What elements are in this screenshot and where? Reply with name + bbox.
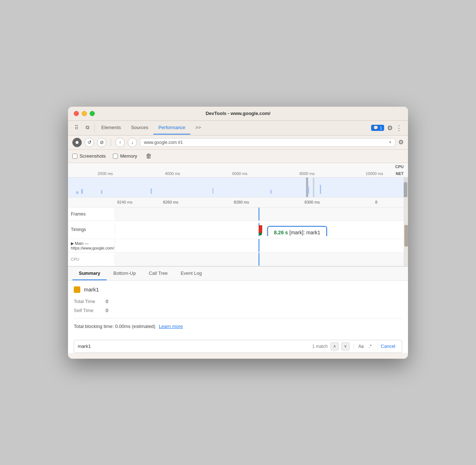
- timeline-scrollbar-track: [404, 178, 408, 197]
- summary-title: mark1: [74, 286, 402, 293]
- total-time-row: Total Time 0: [74, 299, 402, 304]
- upload-icon: ↑: [119, 140, 122, 145]
- frames-content[interactable]: [115, 208, 408, 221]
- self-time-label: Self Time: [74, 308, 103, 313]
- timeline-area: 2000 ms 4000 ms 6000 ms 8000 ms 10000 ms…: [68, 163, 408, 266]
- timings-content[interactable]: 8.26 s [mark]: mark1: [115, 223, 408, 236]
- svg-rect-7: [320, 185, 321, 194]
- reload-button[interactable]: ↺: [85, 138, 94, 147]
- perf-settings-icon[interactable]: ⚙: [398, 138, 404, 146]
- main-row: ▶ Main — https://www.google.com/: [68, 239, 408, 253]
- cancel-button[interactable]: Cancel: [378, 343, 398, 350]
- main-label-text: ▶ Main — https://www.google.com/: [71, 241, 114, 250]
- ruler-8000: 8000 ms: [273, 171, 341, 176]
- frames-row: Frames: [68, 208, 408, 221]
- detail-ruler-s: 8240 ms: [68, 200, 132, 204]
- search-options: Aa .*: [354, 343, 373, 350]
- detail-time-4: 8: [375, 200, 377, 204]
- timeline-ruler: 2000 ms 4000 ms 6000 ms 8000 ms 10000 ms…: [68, 163, 408, 178]
- match-case-button[interactable]: Aa: [357, 343, 365, 350]
- blocking-time-text: Total blocking time: 0.00ms (estimated): [74, 324, 155, 329]
- search-bar: mark1 1 match ∧ ∨ Aa .* Cancel: [74, 340, 402, 353]
- perf-toolbar: ↺ ⊘ ↑ ↓ www.google.com #1 ▾ ⚙: [68, 136, 408, 150]
- tab-event-log[interactable]: Event Log: [174, 267, 208, 280]
- self-time-value: 0: [106, 308, 108, 313]
- timeline-scrollbar-thumb[interactable]: [404, 182, 407, 197]
- svg-rect-1: [81, 189, 83, 194]
- detail-ruler-times: 8260 ms 8280 ms 8300 ms 8: [132, 200, 408, 204]
- memory-label: Memory: [120, 153, 137, 159]
- ruler-6000: 6000 ms: [206, 171, 273, 176]
- memory-option[interactable]: Memory: [113, 153, 137, 159]
- tab-sources[interactable]: Sources: [126, 121, 153, 135]
- timing-green-dot: [259, 232, 262, 235]
- regex-button[interactable]: .*: [367, 343, 373, 350]
- total-time-label: Total Time: [74, 299, 103, 304]
- search-match-count: 1 match: [312, 344, 328, 349]
- timeline-chart-bg: [68, 178, 408, 197]
- clear-button[interactable]: ⊘: [97, 138, 106, 147]
- record-button[interactable]: [72, 138, 82, 147]
- device-icon[interactable]: ⧉: [82, 121, 93, 135]
- settings-icon[interactable]: ⚙: [387, 124, 393, 132]
- timings-label: Timings: [68, 225, 115, 234]
- main-label: ▶ Main — https://www.google.com/: [68, 239, 115, 252]
- learn-more-link[interactable]: Learn more: [159, 324, 183, 329]
- ruler-4000: 4000 ms: [139, 171, 206, 176]
- mark-indicator: [259, 225, 262, 233]
- tab-actions: ⚙ ⋮: [384, 124, 405, 132]
- screenshots-checkbox[interactable]: [72, 154, 77, 159]
- maximize-button[interactable]: [90, 111, 95, 116]
- url-dropdown[interactable]: ▾: [389, 140, 391, 145]
- timeline-chart[interactable]: [68, 178, 408, 197]
- close-button[interactable]: [74, 111, 79, 116]
- titlebar: DevTools - www.google.com/: [68, 107, 408, 121]
- total-time-value: 0: [106, 299, 108, 304]
- tooltip-popup: 8.26 s [mark]: mark1: [267, 226, 327, 236]
- ruler-2000: 2000 ms: [72, 171, 139, 176]
- summary-title-text: mark1: [84, 286, 99, 293]
- traffic-lights: [74, 111, 95, 116]
- frames-label: Frames: [68, 209, 115, 219]
- cpu-row-label-text: CPU: [71, 257, 79, 261]
- toolbar-separator: [111, 139, 111, 146]
- cpu-row-content[interactable]: [115, 253, 408, 266]
- tab-performance[interactable]: Performance: [153, 121, 190, 135]
- tab-summary[interactable]: Summary: [72, 267, 107, 280]
- timings-row: Timings 8.26 s [mark]: mark1: [68, 221, 408, 239]
- scrollbar-thumb[interactable]: [404, 225, 408, 247]
- main-blue-line: [259, 239, 259, 252]
- perf-options: Screenshots Memory 🗑: [68, 150, 408, 163]
- minimize-button[interactable]: [82, 111, 87, 116]
- download-button[interactable]: ↓: [128, 138, 137, 147]
- timeline-right-scrollbar[interactable]: [404, 197, 408, 266]
- cpu-label: CPU: [395, 165, 404, 169]
- trash-button[interactable]: 🗑: [146, 153, 152, 160]
- tooltip-time: 8.26 s: [274, 230, 288, 235]
- cpu-row-label: CPU: [68, 255, 115, 264]
- upload-button[interactable]: ↑: [115, 138, 125, 147]
- tab-bottom-up[interactable]: Bottom-Up: [107, 267, 142, 280]
- window-title: DevTools - www.google.com/: [205, 111, 270, 116]
- screenshots-option[interactable]: Screenshots: [72, 153, 106, 159]
- notification-badge[interactable]: 💬 1: [371, 125, 384, 131]
- url-text: www.google.com #1: [144, 140, 183, 145]
- search-down-button[interactable]: ∨: [341, 342, 349, 350]
- devtools-window: DevTools - www.google.com/ ⠿ ⧉ Elements …: [68, 107, 408, 359]
- memory-checkbox[interactable]: [113, 154, 118, 159]
- tab-more[interactable]: >>: [190, 121, 206, 135]
- more-options-icon[interactable]: ⋮: [396, 124, 402, 132]
- search-up-icon: ∧: [333, 344, 336, 349]
- cpu-chart-svg: [68, 181, 357, 194]
- devtools-tabbar: ⠿ ⧉ Elements Sources Performance >> 💬 1 …: [68, 121, 408, 136]
- tab-call-tree[interactable]: Call Tree: [142, 267, 174, 280]
- tab-elements[interactable]: Elements: [96, 121, 126, 135]
- select-icon[interactable]: ⠿: [71, 121, 82, 135]
- frames-label-text: Frames: [71, 212, 86, 217]
- summary-divider: [74, 318, 402, 319]
- svg-rect-3: [150, 188, 152, 194]
- search-input[interactable]: mark1: [78, 344, 309, 349]
- search-up-button[interactable]: ∧: [331, 342, 339, 350]
- main-content[interactable]: [115, 239, 408, 252]
- url-bar: www.google.com #1 ▾: [140, 138, 395, 147]
